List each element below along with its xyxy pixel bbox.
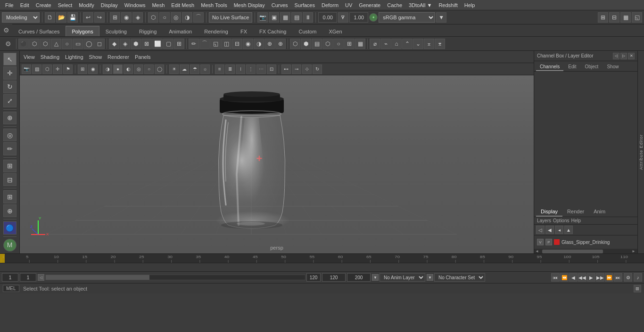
scroll-left-btn[interactable]: ◄: [535, 249, 540, 253]
go-to-end-btn[interactable]: ⏭: [614, 273, 622, 282]
play-forward-btn[interactable]: ▶: [587, 273, 595, 282]
cube-btn[interactable]: ⬡: [29, 39, 40, 49]
move-tool-btn[interactable]: ✛: [3, 66, 17, 79]
tab-fx[interactable]: FX: [234, 26, 253, 36]
snap-to-point-btn[interactable]: ⊕: [3, 204, 17, 217]
le-add-layer-btn[interactable]: ◁: [536, 226, 545, 234]
snap-to-grid-btn[interactable]: ⊞: [3, 190, 17, 203]
le-sub-options[interactable]: Options: [553, 218, 569, 223]
uv-planar-btn[interactable]: ▤: [312, 39, 322, 49]
num-input1[interactable]: 0.00: [318, 12, 337, 23]
uv-layout-btn[interactable]: ▦: [355, 39, 365, 49]
show-hide-btn[interactable]: ⊞: [3, 160, 17, 172]
le-move-up-btn[interactable]: ▲: [564, 226, 573, 234]
cb-tab-edit[interactable]: Edit: [564, 63, 580, 71]
vp-shading1-btn[interactable]: ◑: [103, 65, 112, 74]
multi-cut-btn[interactable]: ◫: [221, 39, 231, 49]
attribute-editor-side-tab[interactable]: Attribute Editor: [637, 51, 644, 253]
playback-range-end[interactable]: 120: [322, 273, 346, 282]
lasso-select-btn[interactable]: ⬡: [148, 12, 158, 23]
menu-mesh-tools[interactable]: Mesh Tools: [198, 1, 230, 9]
status-grid-btn[interactable]: ⊞: [634, 285, 641, 292]
tab-rigging[interactable]: Rigging: [133, 26, 163, 36]
layer-v-btn[interactable]: V: [537, 239, 544, 245]
universal-manipulator-btn[interactable]: ⊕: [3, 112, 17, 124]
vp-shading3-btn[interactable]: ◐: [124, 65, 133, 74]
open-file-btn[interactable]: 📂: [56, 12, 66, 23]
vp-show4-btn[interactable]: ⋮: [246, 65, 256, 74]
timeline-scrubber[interactable]: [0, 263, 644, 271]
reflect-btn[interactable]: ⌒: [193, 12, 204, 23]
mel-indicator[interactable]: MEL: [3, 285, 19, 292]
vp-shading4-btn[interactable]: ◎: [134, 65, 143, 74]
pipe-btn[interactable]: ◻: [94, 39, 105, 49]
menu-generate[interactable]: Generate: [355, 1, 384, 9]
soft-select-btn2[interactable]: ◎: [3, 129, 17, 141]
camera2-btn[interactable]: ▣: [269, 12, 279, 23]
select-tool-btn[interactable]: ↖: [3, 53, 17, 65]
geo5-btn[interactable]: ⬜: [152, 39, 163, 49]
snap2-btn[interactable]: ◈: [132, 12, 143, 23]
cb-tab-show[interactable]: Show: [603, 63, 622, 71]
tab-polygons[interactable]: Polygons: [66, 26, 99, 36]
angle-btn[interactable]: ⛛: [338, 12, 348, 23]
geo2-btn[interactable]: ◈: [120, 39, 130, 49]
tab-fx-caching[interactable]: FX Caching: [253, 26, 292, 36]
camera-btn[interactable]: 📷: [257, 12, 268, 23]
symmetry-btn[interactable]: ◑: [182, 12, 192, 23]
layout-btn4[interactable]: ◱: [632, 12, 642, 23]
menu-mesh-display[interactable]: Mesh Display: [231, 1, 268, 9]
geo3-btn[interactable]: ⬢: [131, 39, 141, 49]
vp-render1-btn[interactable]: ⊷: [281, 65, 291, 74]
vp-shading5-btn[interactable]: ○: [144, 65, 154, 74]
vp-show3-btn[interactable]: ⁞: [236, 65, 245, 74]
tab-curves-surfaces[interactable]: Curves / Surfaces: [12, 26, 66, 36]
menu-select[interactable]: Select: [55, 1, 76, 9]
num-input2[interactable]: 1.00: [349, 12, 368, 23]
vp-menu-view[interactable]: View: [24, 54, 35, 60]
viewport-canvas[interactable]: Y X Z: [20, 75, 534, 253]
step-back-btn[interactable]: ⏪: [560, 273, 569, 282]
vp-menu-lighting[interactable]: Lighting: [65, 54, 83, 60]
menu-windows[interactable]: Windows: [121, 1, 149, 9]
vp-cam2-btn[interactable]: ▧: [32, 65, 41, 74]
menu-3dtall[interactable]: 3DtoAll ▼: [405, 1, 435, 9]
uv-editor-btn[interactable]: ⬡: [290, 39, 300, 49]
platonic-btn[interactable]: ◆: [109, 39, 119, 49]
timeline-ruler[interactable]: 1 5 10 15 20 25 30 35 40 45 50 55 60: [0, 254, 644, 263]
menu-create[interactable]: Create: [33, 1, 55, 9]
vp-smooth-btn[interactable]: ◉: [88, 65, 98, 74]
le-add-sel-btn[interactable]: ◀: [545, 226, 554, 234]
le-tab-anim[interactable]: Anim: [589, 207, 610, 217]
tab-rendering[interactable]: Rendering: [198, 26, 234, 36]
vp-show6-btn[interactable]: ⊡: [267, 65, 276, 74]
paint-select-btn[interactable]: ○: [159, 12, 170, 23]
vp-wireframe-btn[interactable]: ⊞: [78, 65, 87, 74]
layer-p-btn[interactable]: P: [545, 239, 552, 245]
vp-menu-panels[interactable]: Panels: [135, 54, 151, 60]
menu-file[interactable]: File: [2, 1, 17, 9]
scrollbar-thumb[interactable]: [542, 250, 603, 253]
uv-auto-btn[interactable]: ⬢: [301, 39, 311, 49]
layer-row-glass[interactable]: V P Glass_Sipper_Drinking: [535, 236, 636, 248]
vp-show1-btn[interactable]: ≡: [215, 65, 224, 74]
toolbar-settings-btn[interactable]: ⚙: [2, 38, 14, 50]
select-by-name-btn[interactable]: ⊞: [110, 12, 120, 23]
layout-btn1[interactable]: ⊞: [598, 12, 608, 23]
scale-tool-btn[interactable]: ⤢: [3, 94, 17, 107]
vp-light1-btn[interactable]: ☀: [169, 65, 179, 74]
combine-btn[interactable]: ⊕: [275, 39, 286, 49]
undo-btn[interactable]: ↩: [83, 12, 93, 23]
geo7-btn[interactable]: ⊞: [174, 39, 184, 49]
vp-render4-btn[interactable]: ↻: [313, 65, 322, 74]
range-end-input[interactable]: 120: [306, 273, 321, 282]
gamma-mode-btn[interactable]: ●: [369, 13, 378, 22]
new-file-btn[interactable]: 🗋: [45, 12, 55, 23]
le-sub-help[interactable]: Help: [571, 218, 581, 223]
cylinder-btn[interactable]: ⬡: [40, 39, 50, 49]
anim-layer-arrow[interactable]: ▼: [372, 274, 379, 281]
vp-show2-btn[interactable]: ≣: [225, 65, 235, 74]
vp-show5-btn[interactable]: ⋯: [256, 65, 266, 74]
disc-btn[interactable]: ◯: [83, 39, 94, 49]
menu-edit[interactable]: Edit: [17, 1, 33, 9]
